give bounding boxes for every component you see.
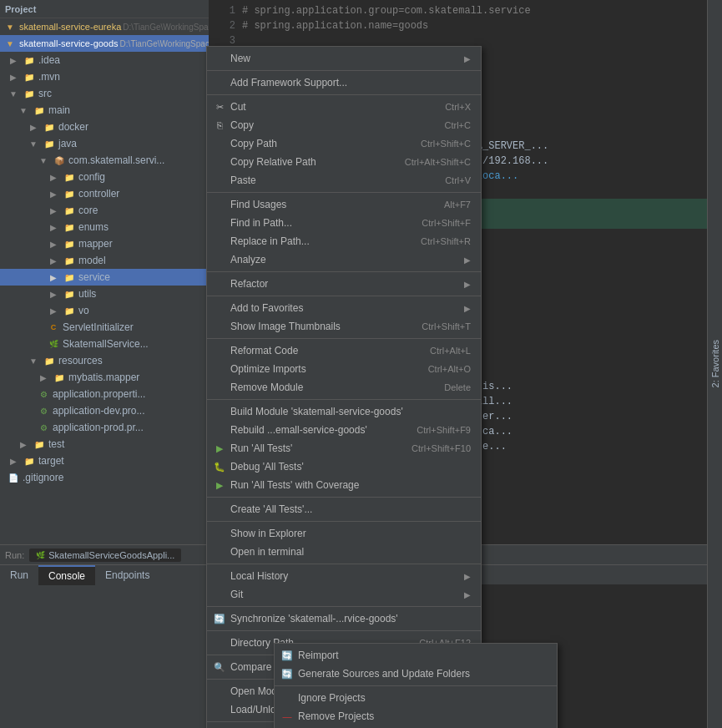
- idea-folder-icon: 📁: [23, 53, 36, 67]
- tree-item-mapper[interactable]: ▶ 📁 mapper: [0, 235, 209, 252]
- menu-item-find-usages[interactable]: Find Usages Alt+F7: [207, 195, 481, 214]
- tree-item-controller[interactable]: ▶ 📁 controller: [0, 185, 209, 202]
- mybatis-expand-icon: ▶: [37, 371, 50, 384]
- tree-item-main[interactable]: ▼ 📁 main: [0, 102, 209, 119]
- model-expand-icon: ▶: [47, 254, 60, 267]
- reimport-icon: 🔄: [280, 650, 295, 661]
- maven-ignore-projects[interactable]: Ignore Projects: [275, 689, 557, 707]
- tree-item-mvn[interactable]: ▶ 📁 .mvn: [0, 68, 209, 85]
- menu-item-remove-module[interactable]: Remove Module Delete: [207, 378, 481, 397]
- tab-endpoints[interactable]: Endpoints: [95, 565, 159, 585]
- maven-sep-1: [275, 685, 557, 686]
- menu-item-create-tests[interactable]: Create 'All Tests'...: [207, 500, 481, 518]
- menu-item-add-framework[interactable]: Add Framework Support...: [207, 73, 481, 92]
- core-expand-icon: ▶: [47, 204, 60, 217]
- menu-item-copy[interactable]: ⎘ Copy Ctrl+C: [207, 116, 481, 134]
- tree-item-skatemallservice[interactable]: 🌿 SkatemallService...: [0, 336, 209, 352]
- tree-item-goods[interactable]: ▼ skatemall-service-goods D:\TianGe\Work…: [0, 35, 209, 52]
- java-folder-icon: 📁: [43, 137, 56, 150]
- tree-item-servletinitializer[interactable]: C ServletInitializer: [0, 319, 209, 336]
- run-app-tab[interactable]: 🌿 SkatemallServiceGoodsAppli...: [29, 549, 181, 562]
- mapper-expand-icon: ▶: [47, 237, 60, 250]
- tree-item-java[interactable]: ▼ 📁 java: [0, 135, 209, 152]
- res-expand-icon: ▼: [27, 354, 40, 367]
- tree-item-model[interactable]: ▶ 📁 model: [0, 252, 209, 269]
- model-folder-icon: 📁: [63, 254, 76, 267]
- src-expand-icon: ▼: [7, 87, 20, 100]
- menu-item-refactor[interactable]: Refactor ▶: [207, 275, 481, 293]
- tree-item-enums[interactable]: ▶ 📁 enums: [0, 219, 209, 235]
- service-expand-icon: ▶: [47, 270, 60, 284]
- submenu-arrow-analyze: ▶: [464, 255, 471, 265]
- menu-item-new[interactable]: New ▶: [207, 49, 481, 68]
- maven-reimport[interactable]: 🔄 Reimport: [275, 646, 557, 665]
- tree-item-vo[interactable]: ▶ 📁 vo: [0, 302, 209, 319]
- run-app-name: SkatemallServiceGoodsAppli...: [48, 550, 174, 560]
- menu-item-replace-in-path[interactable]: Replace in Path... Ctrl+Shift+R: [207, 232, 481, 250]
- menu-item-rebuild[interactable]: Rebuild ...emall-service-goods' Ctrl+Shi…: [207, 421, 481, 439]
- menu-item-add-favorites[interactable]: Add to Favorites ▶: [207, 299, 481, 317]
- tree-item-config[interactable]: ▶ 📁 config: [0, 169, 209, 185]
- menu-item-git[interactable]: Git ▶: [207, 585, 481, 604]
- separator-4: [207, 271, 481, 272]
- menu-item-debug-tests[interactable]: 🐛 Debug 'All Tests': [207, 458, 481, 476]
- coverage-icon: ▶: [212, 480, 227, 491]
- tab-console[interactable]: Console: [38, 565, 95, 585]
- separator-10: [207, 564, 481, 564]
- copy-icon: ⎘: [212, 120, 227, 130]
- menu-item-copy-relative-path[interactable]: Copy Relative Path Ctrl+Alt+Shift+C: [207, 153, 481, 171]
- menu-item-paste[interactable]: Paste Ctrl+V: [207, 171, 481, 190]
- code-line-1: 1# spring.application.group=com.skatemal…: [215, 3, 715, 18]
- menu-item-run-tests[interactable]: ▶ Run 'All Tests' Ctrl+Shift+F10: [207, 439, 481, 458]
- menu-item-optimize-imports[interactable]: Optimize Imports Ctrl+Alt+O: [207, 360, 481, 378]
- separator-12: [207, 630, 481, 631]
- target-folder-icon: 📁: [23, 454, 36, 468]
- menu-item-find-in-path[interactable]: Find in Path... Ctrl+Shift+F: [207, 214, 481, 232]
- tree-item-resources[interactable]: ▼ 📁 resources: [0, 352, 209, 369]
- tree-item-target[interactable]: ▶ 📁 target: [0, 452, 209, 469]
- tree-item-app2[interactable]: ⚙ application-dev.pro...: [0, 402, 209, 419]
- separator-7: [207, 399, 481, 400]
- tree-item-app1[interactable]: ⚙ application.properti...: [0, 386, 209, 402]
- tree-item-core[interactable]: ▶ 📁 core: [0, 202, 209, 219]
- spring-run-icon: 🌿: [36, 551, 45, 559]
- menu-item-show-thumbnails[interactable]: Show Image Thumbnails Ctrl+Shift+T: [207, 317, 481, 336]
- module-icon: ▼: [3, 20, 17, 33]
- menu-item-copy-path[interactable]: Copy Path Ctrl+Shift+C: [207, 134, 481, 153]
- tab-run[interactable]: Run: [0, 565, 38, 585]
- menu-item-open-terminal[interactable]: Open in terminal: [207, 543, 481, 561]
- gitignore-icon: 📄: [7, 471, 20, 484]
- spring-file-icon: 🌿: [47, 337, 60, 351]
- menu-item-synchronize[interactable]: 🔄 Synchronize 'skatemall-...rvice-goods': [207, 609, 481, 628]
- tree-item-eureka[interactable]: ▼ skatemall-service-eureka D:\TianGe\Wor…: [0, 18, 209, 35]
- tree-item-utils[interactable]: ▶ 📁 utils: [0, 286, 209, 302]
- tree-item-mybatis[interactable]: ▶ 📁 mybatis.mapper: [0, 369, 209, 386]
- tree-item-gitignore[interactable]: 📄 .gitignore: [0, 469, 209, 486]
- menu-item-build-module[interactable]: Build Module 'skatemall-service-goods': [207, 402, 481, 421]
- module-icon-goods: ▼: [3, 37, 17, 50]
- favorites-label[interactable]: 2: Favorites: [710, 340, 720, 387]
- submenu-arrow-new: ▶: [464, 54, 471, 63]
- enums-folder-icon: 📁: [63, 220, 76, 234]
- tree-item-app3[interactable]: ⚙ application-prod.pr...: [0, 419, 209, 436]
- menu-item-run-coverage[interactable]: ▶ Run 'All Tests' with Coverage: [207, 476, 481, 494]
- tree-item-src[interactable]: ▼ 📁 src: [0, 85, 209, 102]
- java-expand-icon: ▼: [27, 137, 40, 150]
- menu-item-show-explorer[interactable]: Show in Explorer: [207, 524, 481, 543]
- generate-icon: 🔄: [280, 669, 295, 680]
- core-folder-icon: 📁: [63, 204, 76, 217]
- compare-icon: 🔍: [212, 662, 227, 673]
- tree-item-docker[interactable]: ▶ 📁 docker: [0, 119, 209, 135]
- cut-icon: ✂: [212, 102, 227, 113]
- tree-item-com[interactable]: ▼ 📦 com.skatemall.servi...: [0, 152, 209, 169]
- tree-item-test[interactable]: ▶ 📁 test: [0, 436, 209, 452]
- menu-item-analyze[interactable]: Analyze ▶: [207, 250, 481, 269]
- tree-item-idea[interactable]: ▶ 📁 .idea: [0, 52, 209, 68]
- separator-9: [207, 521, 481, 522]
- menu-item-cut[interactable]: ✂ Cut Ctrl+X: [207, 98, 481, 116]
- maven-generate-sources[interactable]: 🔄 Generate Sources and Update Folders: [275, 665, 557, 683]
- menu-item-reformat[interactable]: Reformat Code Ctrl+Alt+L: [207, 341, 481, 360]
- menu-item-local-history[interactable]: Local History ▶: [207, 567, 481, 585]
- tree-item-service[interactable]: ▶ 📁 service: [0, 269, 209, 286]
- maven-remove-projects[interactable]: — Remove Projects: [275, 707, 557, 725]
